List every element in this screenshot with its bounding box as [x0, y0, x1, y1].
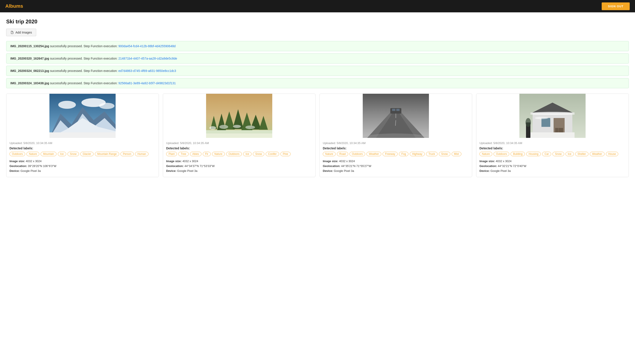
- exec-link[interactable]: 214871b4-4407-457a-aa28-cd2a9de5c8de: [118, 57, 177, 60]
- label-tag: Road: [337, 152, 348, 156]
- label-tag: Nature: [480, 152, 492, 156]
- exec-link[interactable]: ed7d4863-d745-4f69-a831-9850e8cc1dc3: [118, 69, 176, 72]
- card-body: Uploaded: 5/8/2020, 10:34:35 AM Detected…: [320, 139, 472, 174]
- svg-point-1: [58, 101, 76, 109]
- svg-rect-36: [542, 118, 550, 127]
- app-title: Albums: [5, 3, 23, 9]
- image-size: Image size: 4032 x 3024: [480, 159, 626, 164]
- notif-filename: IMG_20200320_162647.jpg: [10, 57, 49, 60]
- label-tag: Human: [135, 152, 148, 156]
- detected-labels-title: Detected labels:: [323, 146, 469, 150]
- upload-date: Uploaded: 5/8/2020, 10:34:35 AM: [10, 142, 156, 145]
- label-tag: House: [606, 152, 618, 156]
- detected-labels-title: Detected labels:: [480, 146, 626, 150]
- meta-info: Image size: 4032 x 3024 Geolocation: 44°…: [166, 159, 312, 174]
- card-body: Uploaded: 5/8/2020, 10:34:35 AM Detected…: [163, 139, 315, 174]
- svg-point-19: [219, 125, 228, 129]
- label-tag: Mountain Range: [95, 152, 119, 156]
- image-thumbnail[interactable]: [476, 94, 628, 139]
- sign-out-button[interactable]: SIGN OUT: [602, 2, 630, 10]
- label-tag: Snow: [552, 152, 564, 156]
- image-size: Image size: 4032 x 3024: [166, 159, 312, 164]
- image-thumbnail[interactable]: [163, 94, 315, 139]
- label-tag: Fir: [203, 152, 211, 156]
- label-tag: Outdoors: [494, 152, 509, 156]
- labels-container: OutdoorsNatureMountainIceSnowGlacierMoun…: [10, 152, 156, 156]
- add-images-button[interactable]: Add Images: [6, 29, 36, 36]
- svg-point-21: [245, 126, 255, 129]
- notification-banner: IMG_20200115_130254.jpg successfully pro…: [6, 41, 629, 51]
- label-tag: Nature: [212, 152, 225, 156]
- svg-rect-42: [530, 132, 574, 138]
- label-tag: Mist: [452, 152, 461, 156]
- image-thumbnail[interactable]: [6, 94, 159, 139]
- label-tag: Plant: [166, 152, 177, 156]
- image-size: Image size: 4032 x 3024: [10, 159, 156, 164]
- label-tag: Mountain: [40, 152, 56, 156]
- svg-point-44: [526, 118, 531, 127]
- label-tag: Snow: [253, 152, 264, 156]
- exec-link[interactable]: 900da454-fcd4-412b-88bf-4d425590648d: [118, 44, 176, 48]
- meta-info: Image size: 4032 x 3024 Geolocation: 44°…: [480, 159, 626, 174]
- label-tag: Truck: [426, 152, 438, 156]
- upload-date: Uploaded: 5/8/2020, 10:34:35 AM: [480, 142, 626, 145]
- notifications-list: IMG_20200115_130254.jpg successfully pro…: [6, 41, 629, 88]
- svg-rect-31: [363, 94, 429, 138]
- album-title: Ski trip 2020: [6, 18, 629, 25]
- label-tag: Tree: [178, 152, 188, 156]
- image-size: Image size: 4032 x 3024: [323, 159, 469, 164]
- detected-labels-title: Detected labels:: [166, 146, 312, 150]
- label-tag: Ice: [243, 152, 252, 156]
- notification-banner: IMG_20200324_183438.jpg successfully pro…: [6, 78, 629, 88]
- label-tag: Highway: [410, 152, 425, 156]
- label-tag: Fog: [399, 152, 408, 156]
- label-tag: Conifer: [266, 152, 279, 156]
- labels-container: NatureRoadOutdoorsWeatherFreewayFogHighw…: [323, 152, 469, 156]
- geolocation: Geolocation: 44°34'37"N 71°53'33"W: [166, 164, 312, 168]
- labels-container: PlantTreeAbiesFirNatureOutdoorsIceSnowCo…: [166, 152, 312, 156]
- notification-banner: IMG_20200320_162647.jpg successfully pro…: [6, 54, 629, 64]
- meta-info: Image size: 4032 x 3024 Geolocation: 44°…: [323, 159, 469, 174]
- card-body: Uploaded: 5/8/2020, 10:34:35 AM Detected…: [476, 139, 628, 174]
- label-tag: Person: [120, 152, 134, 156]
- notification-banner: IMG_20200324_082213.jpg successfully pro…: [6, 66, 629, 76]
- svg-point-40: [530, 112, 574, 114]
- svg-rect-17: [206, 134, 272, 138]
- label-tag: Outdoors: [350, 152, 365, 156]
- label-tag: Pine: [280, 152, 290, 156]
- label-tag: Abies: [190, 152, 202, 156]
- card-body: Uploaded: 5/8/2020, 10:34:35 AM Detected…: [6, 139, 159, 174]
- label-tag: Nature: [26, 152, 39, 156]
- notif-filename: IMG_20200324_082213.jpg: [10, 69, 49, 72]
- label-tag: Outdoors: [226, 152, 242, 156]
- label-tag: Weather: [366, 152, 381, 156]
- label-tag: Housing: [526, 152, 541, 156]
- geolocation: Geolocation: 44°35'21"N 71°55'27"W: [323, 164, 469, 168]
- label-tag: Car: [542, 152, 551, 156]
- image-card: Uploaded: 5/8/2020, 10:34:35 AM Detected…: [6, 94, 159, 177]
- image-thumbnail[interactable]: [320, 94, 472, 139]
- device: Device: Google Pixel 3a: [480, 168, 626, 174]
- svg-point-3: [99, 103, 114, 109]
- svg-point-20: [233, 125, 241, 128]
- image-card: Uploaded: 5/8/2020, 10:34:35 AM Detected…: [320, 94, 472, 177]
- geolocation: Geolocation: 39°28'20"N 106°6'3"W: [10, 164, 156, 168]
- labels-container: NatureOutdoorsBuildingHousingCarSnowIceS…: [480, 152, 626, 156]
- device: Device: Google Pixel 3a: [323, 168, 469, 174]
- upload-date: Uploaded: 5/8/2020, 10:34:35 AM: [166, 142, 312, 145]
- notif-message: successfully processed. Step Function ex…: [49, 69, 118, 72]
- svg-point-18: [210, 126, 216, 130]
- notif-message: successfully processed. Step Function ex…: [49, 44, 118, 48]
- notif-message: successfully processed. Step Function ex…: [49, 57, 118, 60]
- main-content: Ski trip 2020 Add Images IMG_20200115_13…: [0, 12, 635, 364]
- label-tag: Freeway: [382, 152, 398, 156]
- add-images-label: Add Images: [16, 31, 32, 34]
- exec-link[interactable]: 92566a81-3e89-4a92-b5f7-d49823d1f131: [118, 82, 176, 85]
- image-grid: Uploaded: 5/8/2020, 10:34:35 AM Detected…: [6, 94, 629, 177]
- image-card: Uploaded: 5/8/2020, 10:34:35 AM Detected…: [163, 94, 316, 177]
- label-tag: Snow: [68, 152, 79, 156]
- label-tag: Shelter: [575, 152, 588, 156]
- header: Albums SIGN OUT: [0, 0, 635, 12]
- geolocation: Geolocation: 44°32'21"N 72°0'40"W: [480, 164, 626, 168]
- label-tag: Building: [510, 152, 525, 156]
